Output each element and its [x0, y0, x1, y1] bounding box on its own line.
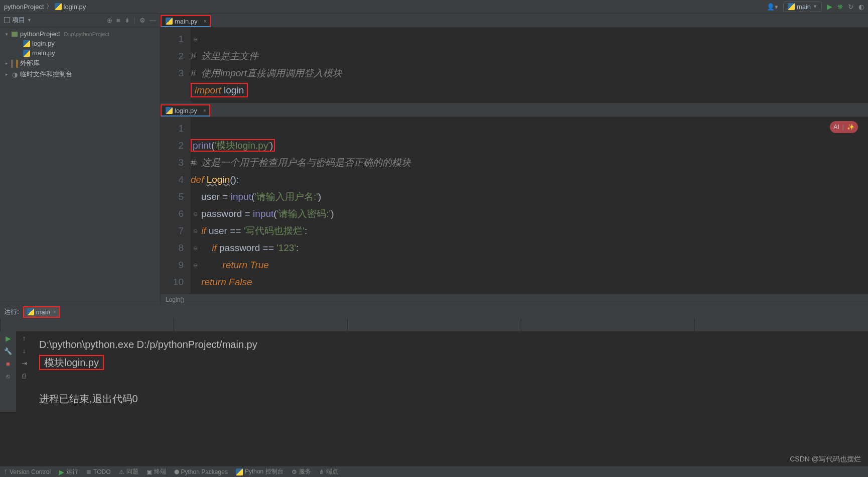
- hide-icon[interactable]: —: [150, 17, 156, 24]
- breadcrumb-file[interactable]: login.py: [64, 3, 86, 11]
- status-python-console[interactable]: Python 控制台: [236, 467, 283, 476]
- expand-icon[interactable]: ≡: [116, 17, 120, 24]
- ai-icon: AI: [833, 124, 839, 131]
- collapse-icon[interactable]: ⇟: [124, 17, 130, 24]
- status-todo[interactable]: ≣TODO: [86, 468, 110, 475]
- editor-breadcrumb[interactable]: Login(): [161, 294, 868, 305]
- gear-icon: ⚙: [292, 468, 297, 475]
- tree-label: login.py: [32, 40, 55, 47]
- close-icon[interactable]: ×: [53, 309, 56, 315]
- project-sidebar: 项目 ▼ ⊕ ≡ ⇟ | ⚙ — ▾ pythonProject D:\p\py…: [0, 14, 161, 305]
- chevron-down-icon[interactable]: ▼: [27, 18, 32, 23]
- tree-project-root[interactable]: ▾ pythonProject D:\p\pythonProject: [0, 29, 160, 39]
- output-line: 模块login.py: [39, 355, 104, 370]
- stop-icon[interactable]: ■: [6, 360, 10, 368]
- tree-path-hint: D:\p\pythonProject: [64, 31, 110, 37]
- run-tab-main[interactable]: main ×: [23, 306, 60, 318]
- chevron-down-icon: ▾: [4, 32, 9, 37]
- editor-tab-login[interactable]: login.py ×: [161, 104, 210, 116]
- run-segment-bar: [0, 318, 868, 331]
- terminal-icon: ▣: [147, 468, 152, 475]
- code-comment: # 这里是主文件: [191, 51, 258, 61]
- project-tree: ▾ pythonProject D:\p\pythonProject login…: [0, 27, 160, 82]
- endpoint-icon: ⋔: [319, 468, 324, 475]
- python-file-icon: [55, 3, 62, 10]
- run-tab-label: main: [36, 308, 50, 316]
- top-navigation-bar: pythonProject 〉 login.py 👤▾ main ▼ ▶ ❋ ↻…: [0, 0, 868, 14]
- sidebar-title: 项目: [12, 16, 25, 25]
- breadcrumb-function: Login(): [166, 296, 184, 303]
- editor-main[interactable]: 123 ⊖ # 这里是主文件 # 使用import直接调用调用登入模块 impo…: [161, 28, 868, 103]
- line-gutter: 123: [161, 28, 191, 103]
- down-icon[interactable]: ↓: [23, 347, 26, 354]
- project-pane-icon: [4, 17, 10, 23]
- python-icon: [236, 468, 243, 475]
- tree-file-main[interactable]: main.py: [0, 48, 160, 58]
- line-gutter: 12345678910: [161, 117, 191, 294]
- wrench-icon[interactable]: 🔧: [4, 347, 12, 355]
- locate-icon[interactable]: ⊕: [107, 17, 112, 24]
- python-icon: [27, 308, 34, 315]
- wrap-icon[interactable]: ⇥: [22, 360, 27, 367]
- tree-label: main.py: [32, 49, 55, 57]
- more-icon[interactable]: ◐: [858, 3, 864, 11]
- list-icon: ≣: [86, 468, 91, 475]
- run-panel-label: 运行:: [4, 307, 19, 316]
- up-icon[interactable]: ↑: [23, 334, 26, 342]
- editor-login[interactable]: AI|✨ 12345678910 ⊖⊖⊖⊖⊖ print('模块login.py…: [161, 117, 868, 294]
- run-panel-header: 运行: main ×: [0, 305, 868, 318]
- python-file-icon: [166, 18, 173, 25]
- tree-file-login[interactable]: login.py: [0, 39, 160, 48]
- python-icon: [788, 3, 795, 10]
- ai-assistant-badge[interactable]: AI|✨: [830, 121, 858, 133]
- status-services[interactable]: ⚙服务: [292, 467, 311, 476]
- watermark-text: CSDN @写代码也摆烂: [790, 455, 861, 464]
- add-user-icon[interactable]: 👤▾: [767, 3, 778, 11]
- tree-label: pythonProject: [20, 30, 60, 38]
- branch-icon: ᚶ: [4, 468, 8, 475]
- run-icon[interactable]: ▶: [827, 3, 832, 11]
- status-terminal[interactable]: ▣终端: [147, 467, 166, 476]
- coverage-icon[interactable]: ↻: [848, 3, 853, 11]
- exit-icon[interactable]: ⎋: [6, 373, 10, 380]
- tree-scratches[interactable]: ▸ ◑ 临时文件和控制台: [0, 69, 160, 80]
- close-icon[interactable]: ×: [203, 108, 206, 113]
- status-problems[interactable]: ⚠问题: [119, 467, 138, 476]
- status-version-control[interactable]: ᚶVersion Control: [4, 468, 51, 475]
- tree-external-libs[interactable]: ▸ ║║ 外部库: [0, 58, 160, 69]
- tree-label: 临时文件和控制台: [20, 70, 72, 79]
- status-bar: ᚶVersion Control ▶运行 ≣TODO ⚠问题 ▣终端 ⬢Pyth…: [0, 466, 868, 477]
- run-tool-column-2: ↑ ↓ ⇥ ⎙: [16, 331, 32, 412]
- editor-tab-main[interactable]: main.py ×: [161, 15, 211, 27]
- chevron-right-icon: ▸: [4, 61, 9, 66]
- output-line: 进程已结束,退出代码0: [39, 393, 138, 404]
- run-configuration-selector[interactable]: main ▼: [783, 2, 822, 12]
- rerun-icon[interactable]: ▶: [6, 334, 11, 342]
- tree-label: 外部库: [20, 59, 40, 68]
- tab-label: main.py: [175, 18, 198, 25]
- package-icon: ⬢: [174, 468, 179, 475]
- run-icon: ▶: [59, 468, 64, 476]
- library-icon: ║║: [11, 60, 18, 67]
- chevron-right-icon: ▸: [4, 72, 9, 77]
- python-file-icon: [23, 50, 30, 57]
- gear-icon[interactable]: ⚙: [139, 17, 146, 24]
- magic-icon: ✨: [847, 124, 854, 131]
- debug-icon[interactable]: ❋: [837, 3, 843, 11]
- warning-icon: ⚠: [119, 468, 124, 475]
- run-config-label: main: [797, 3, 811, 11]
- scratch-icon: ◑: [11, 71, 18, 78]
- close-icon[interactable]: ×: [204, 19, 207, 24]
- breadcrumb[interactable]: pythonProject 〉 login.py: [4, 2, 86, 11]
- python-file-icon: [23, 40, 30, 47]
- run-output[interactable]: D:\python\python.exe D:/p/pythonProject/…: [32, 331, 868, 412]
- breadcrumb-separator: 〉: [46, 2, 53, 11]
- chevron-down-icon: ▼: [813, 4, 817, 9]
- status-endpoints[interactable]: ⋔端点: [319, 467, 338, 476]
- status-python-packages[interactable]: ⬢Python Packages: [174, 468, 228, 475]
- status-run[interactable]: ▶运行: [59, 467, 78, 476]
- print-icon[interactable]: ⎙: [22, 372, 26, 380]
- breadcrumb-root[interactable]: pythonProject: [4, 3, 44, 11]
- folder-icon: [12, 32, 18, 37]
- output-line: D:\python\python.exe D:/p/pythonProject/…: [39, 339, 257, 350]
